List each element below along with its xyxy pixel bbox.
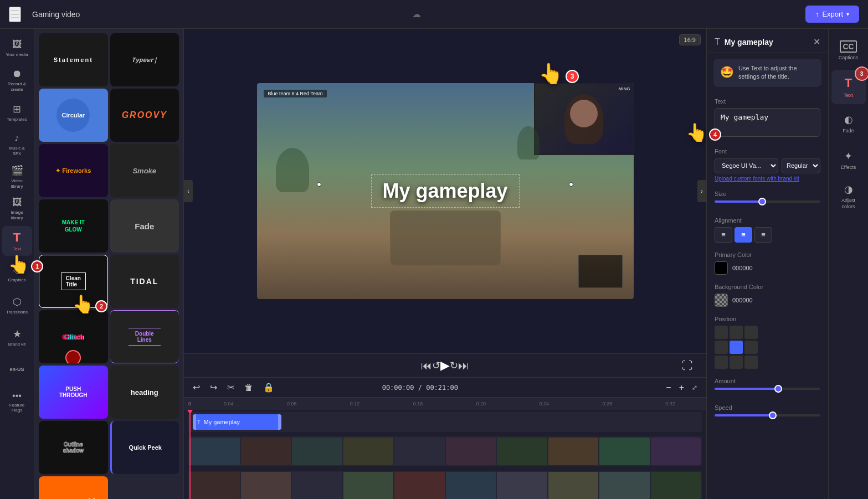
pos-top-right[interactable] [744,326,758,339]
font-select[interactable]: Segoe UI Va... [715,158,778,173]
amount-slider-thumb[interactable] [774,385,782,393]
export-button[interactable]: ↑ Export ▾ [805,6,859,23]
filmstrip-2 [189,472,701,499]
template-groovy[interactable]: GROOVY [110,89,179,142]
main-layout: 🖼 Your media ⏺ Record &create ⊞ Template… [0,29,868,499]
primary-color-swatch[interactable] [715,261,728,275]
panel-title-text: My gameplay [725,38,809,47]
upload-fonts-link[interactable]: Upload custom fonts with brand kit [715,176,820,182]
template-typewriter[interactable]: Typewr| [110,33,179,86]
far-right-fade[interactable]: ◐ Fade [831,106,866,141]
template-quickpeek[interactable]: Quick Peek [110,421,179,474]
pos-bot-center[interactable] [730,356,743,369]
collapse-left-button[interactable]: ‹ [184,180,193,202]
film-frame [599,472,650,499]
pos-mid-right[interactable] [744,341,758,354]
video-overlay-text[interactable]: My gameplay [371,174,519,208]
pos-bot-left[interactable] [715,356,728,369]
speed-slider-thumb[interactable] [769,411,777,419]
pos-bot-right[interactable] [744,356,758,369]
rewind-button[interactable]: ↺ [432,359,440,372]
undo-button[interactable]: ↩ [191,381,202,394]
template-makeitglow[interactable]: MAKE ITGLOW [39,199,108,253]
current-time: 00:00:00 [382,384,414,392]
tree2 [517,126,540,160]
template-glitch[interactable]: Glitch [39,310,108,363]
skip-forward-button[interactable]: ⏭ [458,359,469,372]
pos-top-center[interactable] [730,326,743,339]
sidebar-item-text[interactable]: T Text [2,226,32,256]
delete-button[interactable]: 🗑 [242,382,255,394]
sidebar-item-en-us[interactable]: en-US [2,354,32,384]
template-fade[interactable]: Fade [110,199,179,253]
sidebar-item-brand-kit[interactable]: ★ Brand kit [2,322,32,352]
zoom-in-button[interactable]: + [677,382,686,394]
sidebar-item-graphics[interactable]: ◇ Graphics [2,258,32,288]
font-section-label: Font [715,148,820,155]
cut-button[interactable]: ✂ [225,381,237,394]
text-clip[interactable]: T My gameplay [193,414,281,430]
template-cleantitle[interactable]: CleanTitle [39,255,108,308]
clip-handle-left[interactable] [193,414,196,430]
background-color-swatch[interactable] [715,294,728,307]
template-circular[interactable]: Circular [39,89,108,142]
far-right-text[interactable]: T Text 3 [831,70,866,104]
pos-mid-left[interactable] [715,341,728,354]
redo-button[interactable]: ↪ [208,381,219,394]
sidebar-item-more[interactable]: ••• FeatureFlags [2,387,32,416]
sidebar-item-your-media[interactable]: 🖼 Your media [2,33,32,63]
template-fireworks[interactable]: ✦ Fireworks [39,144,108,197]
pos-mid-center[interactable] [730,341,743,354]
align-left-button[interactable]: ≡ [715,227,732,243]
align-center-button[interactable]: ≡ [735,227,752,243]
zoom-fit-button[interactable]: ⤢ [690,382,700,394]
playhead[interactable] [189,410,191,499]
sidebar-item-music[interactable]: ♪ Music &SFX [2,130,32,160]
sidebar-item-record-create[interactable]: ⏺ Record &create [2,65,32,95]
zoom-out-button[interactable]: − [664,382,673,394]
lock-button[interactable]: 🔒 [261,381,276,394]
tree1 [276,148,309,192]
fullscreen-button[interactable]: ⛶ [682,359,693,372]
sidebar-item-templates[interactable]: ⊞ Templates [2,97,32,127]
clip-handle-right[interactable] [278,414,281,430]
cursor2-indicator [65,350,81,363]
far-right-adjust-colors[interactable]: ◑ Adjustcolors [831,179,866,214]
skip-back-button[interactable]: ⏮ [421,359,432,372]
text-input[interactable]: My gameplay [715,108,820,137]
template-outlineshadow[interactable]: Outlineshadow [39,421,108,474]
far-right-captions[interactable]: CC Captions [831,33,866,68]
amount-slider-container [715,388,820,390]
sidebar-item-transitions[interactable]: ⬡ Transitions [2,290,32,320]
menu-button[interactable]: ☰ [9,7,21,22]
template-heading[interactable]: heading [110,366,179,419]
size-label: Size [715,191,820,197]
template-tidal[interactable]: TIDAL [110,255,179,308]
template-pushthrough[interactable]: PUSHTHROUGH [39,366,108,419]
total-time: 00:21:00 [426,384,458,392]
template-doublelines[interactable]: DoubleLines [110,310,179,363]
align-right-button[interactable]: ≡ [754,227,772,243]
sidebar-item-video-library[interactable]: 🎬 Videolibrary [2,162,32,192]
sidebar-item-image-library[interactable]: 🖼 Imagelibrary [2,194,32,224]
cloud-sync-icon: ☁ [412,9,421,19]
pos-top-left[interactable] [715,326,728,339]
ruler-mark: 0:04 [197,401,260,407]
film-frame [241,438,291,465]
play-button[interactable]: ▶ [440,358,450,373]
font-weight-select[interactable]: Regular Bold [782,158,820,173]
collapse-right-button[interactable]: › [697,180,706,202]
template-smoke[interactable]: Smoke [110,144,179,197]
templates-icon: ⊞ [13,103,21,115]
size-slider-thumb[interactable] [758,198,766,205]
sidebar-item-label: Graphics [8,277,25,282]
primary-color-section: Primary Color 000000 [707,246,828,278]
template-statement[interactable]: Statement [39,33,108,86]
template-stencil[interactable]: Stencil [39,476,108,499]
forward-button[interactable]: ↻ [450,359,458,372]
panel-title-icon: T [715,37,720,47]
panel-close-button[interactable]: ✕ [813,37,820,47]
far-right-effects[interactable]: ✦ Effects [831,143,866,177]
film-frame [446,438,496,465]
film-frame [394,472,445,499]
